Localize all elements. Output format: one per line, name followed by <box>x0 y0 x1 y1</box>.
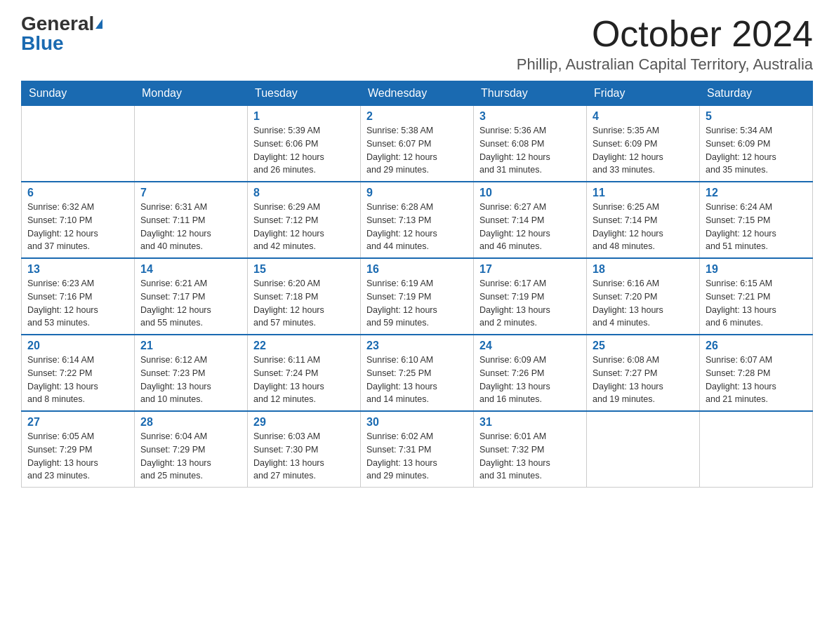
day-info: Sunrise: 6:05 AMSunset: 7:29 PMDaylight:… <box>27 430 128 483</box>
calendar-cell: 15Sunrise: 6:20 AMSunset: 7:18 PMDayligh… <box>248 258 361 335</box>
day-info: Sunrise: 6:04 AMSunset: 7:29 PMDaylight:… <box>140 430 241 483</box>
day-info: Sunrise: 6:27 AMSunset: 7:14 PMDaylight:… <box>479 201 581 253</box>
day-info: Sunrise: 6:28 AMSunset: 7:13 PMDaylight:… <box>366 201 468 253</box>
calendar-cell <box>22 106 135 182</box>
day-number: 18 <box>593 263 694 276</box>
day-info: Sunrise: 6:29 AMSunset: 7:12 PMDaylight:… <box>253 201 355 253</box>
day-info: Sunrise: 6:20 AMSunset: 7:18 PMDaylight:… <box>253 277 355 330</box>
day-info: Sunrise: 5:36 AMSunset: 6:08 PMDaylight:… <box>479 124 581 177</box>
day-number: 15 <box>253 263 355 276</box>
day-info: Sunrise: 6:32 AMSunset: 7:10 PMDaylight:… <box>27 201 128 253</box>
day-info: Sunrise: 6:02 AMSunset: 7:31 PMDaylight:… <box>366 430 468 483</box>
day-number: 25 <box>593 340 694 352</box>
day-info: Sunrise: 6:12 AMSunset: 7:23 PMDaylight:… <box>140 354 241 406</box>
day-info: Sunrise: 6:24 AMSunset: 7:15 PMDaylight:… <box>706 201 807 253</box>
location-subtitle: Phillip, Australian Capital Territory, A… <box>517 55 813 74</box>
month-year-title: October 2024 <box>517 14 813 54</box>
day-number: 3 <box>479 110 581 123</box>
week-row-3: 13Sunrise: 6:23 AMSunset: 7:16 PMDayligh… <box>22 258 813 335</box>
day-number: 22 <box>253 340 355 352</box>
calendar-cell: 18Sunrise: 6:16 AMSunset: 7:20 PMDayligh… <box>587 258 700 335</box>
calendar-cell: 1Sunrise: 5:39 AMSunset: 6:06 PMDaylight… <box>248 106 361 182</box>
calendar-cell: 17Sunrise: 6:17 AMSunset: 7:19 PMDayligh… <box>474 258 587 335</box>
calendar-cell: 28Sunrise: 6:04 AMSunset: 7:29 PMDayligh… <box>135 411 248 488</box>
logo-triangle-icon <box>95 19 102 29</box>
day-info: Sunrise: 6:15 AMSunset: 7:21 PMDaylight:… <box>706 277 807 330</box>
calendar-cell: 13Sunrise: 6:23 AMSunset: 7:16 PMDayligh… <box>22 258 135 335</box>
logo-blue: Blue <box>21 34 64 53</box>
calendar-cell: 19Sunrise: 6:15 AMSunset: 7:21 PMDayligh… <box>700 258 813 335</box>
header-cell-monday: Monday <box>135 81 248 106</box>
day-info: Sunrise: 5:38 AMSunset: 6:07 PMDaylight:… <box>366 124 468 177</box>
day-number: 29 <box>253 416 355 429</box>
day-number: 6 <box>27 187 128 199</box>
calendar-cell <box>700 411 813 488</box>
header-cell-wednesday: Wednesday <box>361 81 474 106</box>
day-number: 2 <box>366 110 468 123</box>
day-info: Sunrise: 6:11 AMSunset: 7:24 PMDaylight:… <box>253 354 355 406</box>
day-info: Sunrise: 6:25 AMSunset: 7:14 PMDaylight:… <box>593 201 694 253</box>
calendar-table: SundayMondayTuesdayWednesdayThursdayFrid… <box>21 81 813 488</box>
calendar-cell: 31Sunrise: 6:01 AMSunset: 7:32 PMDayligh… <box>474 411 587 488</box>
calendar-cell: 23Sunrise: 6:10 AMSunset: 7:25 PMDayligh… <box>361 335 474 411</box>
day-number: 8 <box>253 187 355 199</box>
header-row: SundayMondayTuesdayWednesdayThursdayFrid… <box>22 81 813 106</box>
day-info: Sunrise: 6:14 AMSunset: 7:22 PMDaylight:… <box>27 354 128 406</box>
calendar-cell: 27Sunrise: 6:05 AMSunset: 7:29 PMDayligh… <box>22 411 135 488</box>
day-info: Sunrise: 6:03 AMSunset: 7:30 PMDaylight:… <box>253 430 355 483</box>
day-number: 20 <box>27 340 128 352</box>
day-number: 17 <box>479 263 581 276</box>
day-number: 4 <box>593 110 694 123</box>
calendar-cell: 16Sunrise: 6:19 AMSunset: 7:19 PMDayligh… <box>361 258 474 335</box>
day-number: 19 <box>706 263 807 276</box>
calendar-cell: 30Sunrise: 6:02 AMSunset: 7:31 PMDayligh… <box>361 411 474 488</box>
day-number: 26 <box>706 340 807 352</box>
day-number: 5 <box>706 110 807 123</box>
header-cell-friday: Friday <box>587 81 700 106</box>
day-info: Sunrise: 5:34 AMSunset: 6:09 PMDaylight:… <box>706 124 807 177</box>
calendar-cell: 2Sunrise: 5:38 AMSunset: 6:07 PMDaylight… <box>361 106 474 182</box>
header-cell-thursday: Thursday <box>474 81 587 106</box>
calendar-cell: 10Sunrise: 6:27 AMSunset: 7:14 PMDayligh… <box>474 182 587 258</box>
day-info: Sunrise: 6:21 AMSunset: 7:17 PMDaylight:… <box>140 277 241 330</box>
week-row-5: 27Sunrise: 6:05 AMSunset: 7:29 PMDayligh… <box>22 411 813 488</box>
calendar-cell: 6Sunrise: 6:32 AMSunset: 7:10 PMDaylight… <box>22 182 135 258</box>
header-cell-saturday: Saturday <box>700 81 813 106</box>
calendar-cell: 22Sunrise: 6:11 AMSunset: 7:24 PMDayligh… <box>248 335 361 411</box>
logo: General Blue <box>21 14 102 53</box>
calendar-cell: 26Sunrise: 6:07 AMSunset: 7:28 PMDayligh… <box>700 335 813 411</box>
week-row-1: 1Sunrise: 5:39 AMSunset: 6:06 PMDaylight… <box>22 106 813 182</box>
day-number: 9 <box>366 187 468 199</box>
day-info: Sunrise: 6:23 AMSunset: 7:16 PMDaylight:… <box>27 277 128 330</box>
calendar-header: SundayMondayTuesdayWednesdayThursdayFrid… <box>22 81 813 106</box>
day-number: 12 <box>706 187 807 199</box>
day-number: 11 <box>593 187 694 199</box>
calendar-cell: 24Sunrise: 6:09 AMSunset: 7:26 PMDayligh… <box>474 335 587 411</box>
calendar-cell: 8Sunrise: 6:29 AMSunset: 7:12 PMDaylight… <box>248 182 361 258</box>
day-number: 14 <box>140 263 241 276</box>
calendar-cell: 4Sunrise: 5:35 AMSunset: 6:09 PMDaylight… <box>587 106 700 182</box>
week-row-4: 20Sunrise: 6:14 AMSunset: 7:22 PMDayligh… <box>22 335 813 411</box>
day-number: 23 <box>366 340 468 352</box>
day-info: Sunrise: 5:39 AMSunset: 6:06 PMDaylight:… <box>253 124 355 177</box>
calendar-cell: 29Sunrise: 6:03 AMSunset: 7:30 PMDayligh… <box>248 411 361 488</box>
calendar-cell: 21Sunrise: 6:12 AMSunset: 7:23 PMDayligh… <box>135 335 248 411</box>
header: General Blue October 2024 Phillip, Austr… <box>21 14 813 74</box>
day-info: Sunrise: 6:19 AMSunset: 7:19 PMDaylight:… <box>366 277 468 330</box>
day-info: Sunrise: 6:08 AMSunset: 7:27 PMDaylight:… <box>593 354 694 406</box>
day-number: 30 <box>366 416 468 429</box>
day-info: Sunrise: 6:01 AMSunset: 7:32 PMDaylight:… <box>479 430 581 483</box>
calendar-cell: 9Sunrise: 6:28 AMSunset: 7:13 PMDaylight… <box>361 182 474 258</box>
calendar-body: 1Sunrise: 5:39 AMSunset: 6:06 PMDaylight… <box>22 106 813 488</box>
day-number: 1 <box>253 110 355 123</box>
calendar-cell: 20Sunrise: 6:14 AMSunset: 7:22 PMDayligh… <box>22 335 135 411</box>
day-number: 10 <box>479 187 581 199</box>
day-number: 7 <box>140 187 241 199</box>
calendar-cell: 12Sunrise: 6:24 AMSunset: 7:15 PMDayligh… <box>700 182 813 258</box>
day-number: 27 <box>27 416 128 429</box>
calendar-cell: 3Sunrise: 5:36 AMSunset: 6:08 PMDaylight… <box>474 106 587 182</box>
calendar-cell <box>587 411 700 488</box>
calendar-cell <box>135 106 248 182</box>
day-info: Sunrise: 5:35 AMSunset: 6:09 PMDaylight:… <box>593 124 694 177</box>
day-number: 31 <box>479 416 581 429</box>
